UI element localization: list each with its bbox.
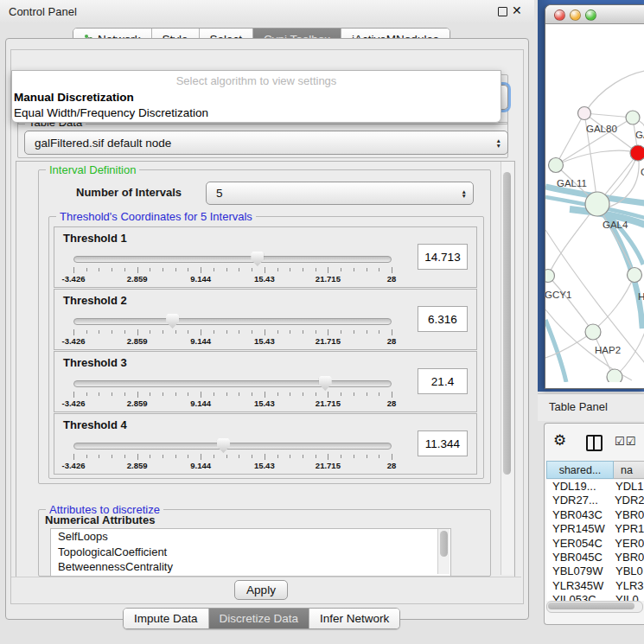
- slider-track[interactable]: [73, 443, 392, 450]
- threshold-3-slider[interactable]: -3.4262.8599.14415.4321.71528: [73, 352, 392, 411]
- close-icon[interactable]: ✕: [512, 3, 522, 17]
- network-node[interactable]: [549, 158, 564, 173]
- slider-tick: [341, 392, 341, 396]
- slider-tick-label: 9.144: [190, 336, 211, 346]
- slider-thumb[interactable]: [166, 314, 179, 328]
- network-node[interactable]: [585, 324, 601, 340]
- tab-discretize-data[interactable]: Discretize Data: [209, 609, 310, 628]
- float-window-icon[interactable]: [498, 7, 507, 16]
- threshold-4-value-field[interactable]: 11.344: [418, 430, 468, 456]
- gear-icon[interactable]: ⚙: [553, 431, 566, 450]
- select-rows-checkbox-icons[interactable]: ☑☑: [615, 435, 636, 448]
- slider-tick: [175, 455, 176, 458]
- table-row[interactable]: YIL053CYIL0: [546, 593, 644, 601]
- threshold-2-value-field[interactable]: 6.316: [418, 306, 468, 332]
- dropdown-option-manual-discretization[interactable]: Manual Discretization: [12, 90, 501, 105]
- numerical-attributes-list[interactable]: SelfLoopsTopologicalCoefficientBetweenne…: [50, 528, 451, 577]
- slider-thumb[interactable]: [251, 252, 264, 266]
- table-row[interactable]: YPR145WYPR1: [546, 522, 644, 536]
- apply-button[interactable]: Apply: [234, 580, 288, 600]
- table-row[interactable]: YLR345WYLR3: [546, 579, 644, 593]
- slider-tick: [367, 268, 367, 271]
- slider-tick-label: 9.144: [190, 274, 211, 284]
- slider-tick: [112, 330, 112, 334]
- slider-tick-labels: -3.4262.8599.14415.4321.71528: [73, 399, 392, 408]
- network-node[interactable]: [545, 270, 555, 283]
- attribute-item[interactable]: BetweennessCentrality: [51, 559, 450, 575]
- scrollbar-thumb[interactable]: [503, 172, 511, 475]
- slider-tick: [367, 392, 367, 396]
- column-header-shared-name[interactable]: shared...: [546, 461, 614, 479]
- attribute-item[interactable]: TopologicalCoefficient: [51, 545, 450, 560]
- slider-tick: [367, 455, 367, 458]
- slider-tick-label: 15.43: [254, 461, 275, 470]
- table-row[interactable]: YDL19...YDL1: [546, 480, 644, 494]
- slider-thumb[interactable]: [217, 438, 230, 453]
- slider-tick: [112, 455, 112, 458]
- slider-tick-label: 15.43: [254, 399, 275, 408]
- slider-tick: [124, 330, 125, 334]
- tab-infer-network[interactable]: Infer Network: [309, 609, 399, 628]
- close-traffic-light[interactable]: [554, 10, 565, 21]
- network-canvas[interactable]: GAL80GACGAL11GAL4GCY1HHAP2: [545, 24, 644, 382]
- network-node[interactable]: [630, 145, 644, 161]
- table-row[interactable]: YER054CYER0: [546, 537, 644, 551]
- table-cell: YIL053C: [546, 593, 612, 601]
- table-cell: YLR345W: [546, 579, 612, 593]
- scrollbar-thumb[interactable]: [440, 531, 448, 557]
- zoom-traffic-light[interactable]: [585, 10, 596, 21]
- table-data-combobox[interactable]: galFiltered.sif default node ▲▼: [24, 131, 508, 155]
- slider-tick: [86, 268, 87, 271]
- dropdown-option-equal-width[interactable]: Equal Width/Frequency Discretization: [12, 105, 501, 121]
- network-node[interactable]: [578, 107, 591, 120]
- network-node[interactable]: [585, 192, 609, 216]
- network-node[interactable]: [628, 268, 642, 283]
- table-row[interactable]: YDR27...YDR2: [546, 494, 644, 507]
- threshold-4-slider[interactable]: -3.4262.8599.14415.4321.71528: [73, 414, 392, 474]
- table-row[interactable]: YBR045CYBR0: [546, 551, 644, 564]
- threshold-3-value-field[interactable]: 21.4: [418, 368, 468, 394]
- slider-track[interactable]: [73, 318, 392, 325]
- table-horizontal-scrollbar[interactable]: [546, 601, 643, 613]
- slider-tick: [163, 268, 163, 271]
- threshold-2-slider[interactable]: -3.4262.8599.14415.4321.71528: [73, 290, 392, 349]
- number-of-intervals-combobox[interactable]: 5 ▲▼: [206, 182, 474, 205]
- network-node-label: H: [638, 291, 644, 302]
- slider-tick: [201, 454, 201, 460]
- slider-thumb[interactable]: [319, 376, 332, 391]
- scrollbar-thumb[interactable]: [548, 603, 634, 609]
- network-node[interactable]: [607, 369, 622, 382]
- table-cell: YBL079W: [546, 564, 612, 578]
- attributes-list-scrollbar[interactable]: [437, 529, 450, 574]
- slider-tick: [239, 268, 239, 271]
- threshold-1-slider[interactable]: -3.4262.8599.14415.4321.71528: [73, 227, 392, 287]
- slider-ticks: [73, 392, 392, 399]
- slider-tick-label: -3.426: [62, 399, 86, 408]
- slider-tick: [86, 455, 87, 458]
- slider-tick: [99, 392, 99, 396]
- slider-track[interactable]: [73, 256, 392, 263]
- attribute-item[interactable]: SelfLoops: [51, 529, 450, 545]
- threshold-1-value-field[interactable]: 14.713: [418, 244, 468, 270]
- settings-vertical-scrollbar[interactable]: [501, 162, 513, 575]
- network-node[interactable]: [626, 111, 640, 124]
- slider-tick-labels: -3.4262.8599.14415.4321.71528: [73, 274, 392, 284]
- slider-tick: [265, 454, 265, 460]
- slider-tick: [188, 392, 188, 396]
- table-row[interactable]: YBR043CYBR0: [546, 508, 644, 522]
- column-header-name[interactable]: na: [614, 461, 644, 479]
- slider-tick: [316, 330, 316, 334]
- columns-icon[interactable]: [586, 435, 603, 451]
- slider-track[interactable]: [73, 380, 392, 387]
- table-row[interactable]: YBL079WYBL0: [546, 564, 644, 578]
- slider-tick: [175, 392, 176, 396]
- slider-tick-label: 2.859: [127, 461, 148, 470]
- slider-tick: [201, 329, 201, 335]
- slider-tick: [392, 454, 392, 460]
- tab-impute-data[interactable]: Impute Data: [124, 609, 209, 628]
- control-panel-title: Control Panel: [9, 5, 77, 18]
- slider-tick-label: 15.43: [254, 274, 275, 284]
- slider-tick: [303, 392, 303, 396]
- application-window: Control Panel ✕ Network Style Select Cyn…: [0, 0, 644, 644]
- minimize-traffic-light[interactable]: [570, 10, 581, 21]
